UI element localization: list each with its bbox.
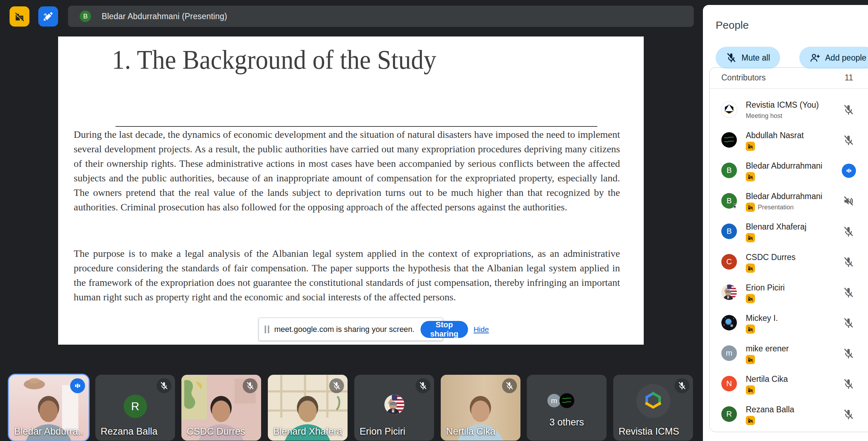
people-panel-title: People [716,19,749,31]
participant-row[interactable]: B Bledar Abdurrahmani Presentation [710,186,868,216]
contributors-section: Contributors 11 Revistia ICMS (You) Meet… [709,67,868,432]
video-tile[interactable]: Revistia ICMS [613,375,693,441]
hide-share-bar-link[interactable]: Hide [474,325,489,334]
mic-status-icon [842,164,856,178]
mic-status-icon [842,347,855,360]
participant-name: Bledar Abdurrahmani [746,192,822,201]
contributors-header[interactable]: Contributors [721,73,766,83]
participant-name: Bledar Abdurrahmani [746,161,822,171]
tile-name-label: CSDC Durres [187,426,245,437]
mic-off-icon [726,52,737,63]
video-tile[interactable]: CSDC Durres [181,375,261,441]
video-tile[interactable]: Bledar Abdurra... [9,375,89,441]
camera-presentation-off-badge-icon [746,324,755,334]
camera-presentation-off-badge-icon [746,203,755,212]
stop-sharing-button[interactable]: Stop sharing [421,321,468,338]
participant-row[interactable]: Abdullah Nasrat [710,125,868,155]
tile-mic-status-icon [416,378,430,393]
video-tile[interactable]: Erion Piciri [354,375,434,441]
video-tile[interactable]: R Rezana Balla [95,375,175,441]
participant-name: CSDC Durres [746,253,796,262]
pen-draw-icon [43,11,54,22]
participant-name: Mickey I. [746,313,778,323]
participant-subtitle: Meeting host [746,112,782,120]
participant-avatar: N [721,376,737,391]
participant-row[interactable]: m mike erener [710,338,868,368]
participant-name: mike erener [746,344,789,354]
tile-name-label: Erion Piciri [360,426,405,437]
pin-icon [731,203,738,210]
participant-row[interactable]: Erion Piciri [710,277,868,307]
pause-icon [265,326,269,333]
contributors-count: 11 [841,73,856,83]
google-meet-window: B Bledar Abdurrahmani (Presenting) 1. Th… [0,0,868,441]
participant-avatar: C [721,254,737,270]
tile-name-label: Bledar Abdurra... [14,426,83,437]
presentation-off-button[interactable] [10,6,29,27]
participant-row[interactable]: B Blenard Xhaferaj [710,216,868,247]
participant-avatar [721,102,737,117]
presenter-name: Bledar Abdurrahmani (Presenting) [102,12,227,21]
add-people-button[interactable]: Add people [799,47,868,69]
tile-name-label: Blenard Xhaferaj [273,426,342,437]
camera-presentation-off-badge-icon [746,385,755,395]
mic-status-icon [842,316,855,330]
camera-presentation-off-badge-icon [746,355,755,364]
video-feed: m [527,375,607,441]
participant-avatar [721,284,737,300]
mic-status-icon [842,194,855,208]
participant-list: Revistia ICMS (You) Meeting host Abdulla… [710,89,868,432]
tile-name-label: 3 others [527,417,607,428]
participant-name: Erion Piciri [746,283,785,293]
slide-paragraph-2: The purpose is to make a legal analysis … [74,246,620,304]
participant-name: Revistia ICMS (You) [746,100,819,110]
video-tile[interactable]: Nertila Cika [441,375,520,441]
participant-avatar [721,315,737,330]
participant-subtitle: Presentation [758,204,794,211]
participant-row[interactable]: N Nertila Cika [710,368,868,399]
screen-share-bar: meet.google.com is sharing your screen. … [259,318,443,341]
participant-name: Blenard Xhaferaj [746,222,806,232]
mic-status-icon [842,286,855,299]
participant-name: Abdullah Nasrat [746,131,804,140]
people-panel: People Mute all Add people Contributors … [703,5,868,441]
draw-tool-button[interactable] [38,6,58,27]
participant-avatar: B [721,163,737,178]
tile-mic-status-icon [329,378,344,393]
presenter-banner[interactable]: B Bledar Abdurrahmani (Presenting) [68,6,694,27]
tile-mic-status-icon [157,378,171,393]
mute-all-button[interactable]: Mute all [716,47,780,69]
mic-status-icon [842,134,855,147]
mute-all-label: Mute all [742,53,770,63]
tile-name-label: Nertila Cika [446,426,496,437]
add-people-label: Add people [825,53,866,63]
person-add-icon [809,52,821,63]
camera-presentation-off-badge-icon [746,294,755,303]
participant-avatar: B [721,224,737,239]
tile-name-label: Rezana Balla [101,426,158,437]
slide-rule-line [115,126,597,127]
presenter-avatar: B [80,11,91,22]
participant-name: Rezana Balla [746,405,794,414]
camera-presentation-off-badge-icon [746,142,755,151]
participant-row[interactable]: Revistia ICMS (You) Meeting host [710,94,868,125]
camera-presentation-off-badge-icon [746,264,755,273]
slide-title: 1. The Background of the Study [112,44,436,75]
participant-row[interactable]: R Rezana Balla [710,399,868,429]
mic-status-icon [842,103,855,117]
shared-slide: 1. The Background of the Study During th… [58,36,644,345]
tile-name-label: Revistia ICMS [619,426,679,437]
slide-paragraph-1: During the last decade, the dynamics of … [74,127,620,214]
camera-presentation-off-badge-icon [746,416,755,425]
tile-mic-status-icon [502,378,517,393]
video-tile[interactable]: m 3 others [527,375,607,441]
participant-row[interactable]: Mickey I. [710,307,868,338]
participant-name: Nertila Cika [746,374,788,384]
presentation-off-icon [14,11,25,22]
video-tile[interactable]: Blenard Xhaferaj [268,375,348,441]
tile-mic-status-icon [243,378,258,393]
participant-row[interactable]: B Bledar Abdurrahmani [710,155,868,186]
participant-avatar: m [721,345,737,361]
participant-row[interactable]: C CSDC Durres [710,247,868,277]
camera-presentation-off-badge-icon [746,172,755,181]
